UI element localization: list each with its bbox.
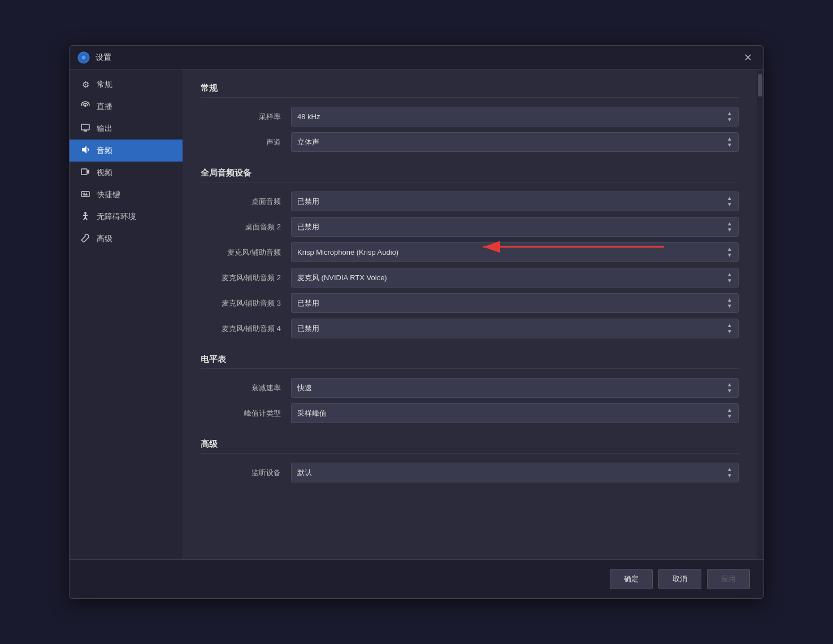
general-section-title: 常规	[201, 83, 739, 98]
peak-type-row: 峰值计类型 采样峰值 ▲▼	[201, 403, 739, 423]
mic-aux3-value: 已禁用	[297, 298, 319, 308]
decay-rate-select[interactable]: 快速 ▲▼	[291, 378, 739, 398]
svg-point-1	[81, 55, 85, 59]
general-section: 常规 采样率 48 kHz ▲▼ 声道 立体声 ▲▼	[201, 83, 739, 152]
svg-rect-7	[81, 169, 87, 175]
wrench-icon	[80, 233, 91, 244]
mic-aux3-row: 麦克风/辅助音频 3 已禁用 ▲▼	[201, 293, 739, 313]
footer: 确定 取消 应用	[70, 559, 763, 598]
settings-window: 设置 ✕ ⚙ 常规 直播	[69, 45, 764, 599]
desktop-audio-select[interactable]: 已禁用 ▲▼	[291, 192, 739, 211]
mic-aux4-value: 已禁用	[297, 324, 319, 334]
peak-type-select[interactable]: 采样峰值 ▲▼	[291, 403, 739, 423]
desktop-audio2-select[interactable]: 已禁用 ▲▼	[291, 217, 739, 237]
mic-aux-row: 麦克风/辅助音频 Krisp Microphone (Krisp Audio) …	[201, 242, 739, 262]
sidebar-label-audio: 音频	[97, 146, 112, 156]
video-icon	[80, 167, 91, 178]
monitor-device-value: 默认	[297, 468, 312, 478]
window-title: 设置	[96, 53, 740, 63]
audio-icon	[80, 145, 91, 156]
desktop-audio2-row: 桌面音频 2 已禁用 ▲▼	[201, 217, 739, 237]
sidebar-label-accessibility: 无障碍环境	[97, 212, 136, 222]
gear-icon: ⚙	[80, 80, 91, 90]
decay-rate-label: 衰减速率	[201, 383, 291, 393]
channels-select[interactable]: 立体声 ▲▼	[291, 132, 739, 152]
sidebar-item-audio[interactable]: 音频	[70, 140, 183, 162]
channels-row: 声道 立体声 ▲▼	[201, 132, 739, 152]
channels-value: 立体声	[297, 137, 319, 147]
global-audio-title: 全局音频设备	[201, 168, 739, 182]
chevron-icon: ▲▼	[727, 467, 732, 478]
chevron-icon: ▲▼	[727, 246, 732, 258]
chevron-icon: ▲▼	[727, 221, 732, 233]
close-button[interactable]: ✕	[740, 50, 756, 65]
decay-rate-value: 快速	[297, 383, 312, 393]
stream-icon	[80, 101, 91, 112]
sample-rate-label: 采样率	[201, 112, 291, 122]
chevron-icon: ▲▼	[727, 111, 732, 123]
svg-rect-3	[81, 124, 89, 130]
mic-aux2-row: 麦克风/辅助音频 2 麦克风 (NVIDIA RTX Voice) ▲▼	[201, 268, 739, 288]
mic-aux4-row: 麦克风/辅助音频 4 已禁用 ▲▼	[201, 319, 739, 338]
decay-rate-row: 衰减速率 快速 ▲▼	[201, 378, 739, 398]
apply-button[interactable]: 应用	[707, 569, 750, 589]
mic-aux2-value: 麦克风 (NVIDIA RTX Voice)	[297, 273, 387, 283]
keyboard-icon	[80, 189, 91, 200]
svg-point-14	[84, 212, 86, 214]
monitor-device-row: 监听设备 默认 ▲▼	[201, 463, 739, 482]
sample-rate-row: 采样率 48 kHz ▲▼	[201, 107, 739, 127]
svg-marker-6	[82, 146, 86, 154]
peak-type-label: 峰值计类型	[201, 408, 291, 419]
sidebar: ⚙ 常规 直播	[70, 69, 183, 559]
advanced-section-title: 高级	[201, 439, 739, 454]
scrollbar[interactable]	[757, 69, 763, 559]
sidebar-label-general: 常规	[97, 80, 112, 90]
channels-label: 声道	[201, 137, 291, 147]
sidebar-item-advanced[interactable]: 高级	[70, 228, 183, 250]
sample-rate-value: 48 kHz	[297, 112, 320, 121]
app-logo	[77, 51, 90, 64]
mic-aux-label: 麦克风/辅助音频	[201, 247, 291, 258]
advanced-section: 高级 监听设备 默认 ▲▼	[201, 439, 739, 482]
svg-line-18	[85, 217, 87, 220]
cancel-button[interactable]: 取消	[658, 569, 701, 589]
titlebar: 设置 ✕	[70, 46, 763, 69]
desktop-audio-row: 桌面音频 已禁用 ▲▼	[201, 192, 739, 211]
mic-aux-value: Krisp Microphone (Krisp Audio)	[297, 248, 398, 256]
content-area: ⚙ 常规 直播	[70, 69, 763, 559]
mic-aux2-label: 麦克风/辅助音频 2	[201, 273, 291, 283]
desktop-audio2-label: 桌面音频 2	[201, 222, 291, 232]
mic-aux-select[interactable]: Krisp Microphone (Krisp Audio) ▲▼	[291, 242, 739, 262]
sidebar-label-output: 输出	[97, 124, 112, 134]
chevron-icon: ▲▼	[727, 195, 732, 207]
sidebar-label-hotkeys: 快捷键	[97, 190, 120, 200]
mic-aux3-label: 麦克风/辅助音频 3	[201, 298, 291, 308]
monitor-device-select[interactable]: 默认 ▲▼	[291, 463, 739, 482]
mic-aux4-select[interactable]: 已禁用 ▲▼	[291, 319, 739, 338]
svg-point-2	[84, 105, 86, 107]
sample-rate-select[interactable]: 48 kHz ▲▼	[291, 107, 739, 127]
scrollbar-thumb[interactable]	[758, 74, 762, 97]
sidebar-item-output[interactable]: 输出	[70, 118, 183, 140]
monitor-device-label: 监听设备	[201, 468, 291, 478]
desktop-audio-label: 桌面音频	[201, 197, 291, 207]
sidebar-label-advanced: 高级	[97, 234, 112, 244]
sidebar-item-general[interactable]: ⚙ 常规	[70, 74, 183, 95]
chevron-icon: ▲▼	[727, 382, 732, 394]
sidebar-label-video: 视频	[97, 168, 112, 178]
confirm-button[interactable]: 确定	[610, 569, 653, 589]
meter-section-title: 电平表	[201, 354, 739, 369]
mic-aux4-label: 麦克风/辅助音频 4	[201, 324, 291, 334]
sidebar-item-video[interactable]: 视频	[70, 162, 183, 184]
desktop-audio-value: 已禁用	[297, 197, 319, 207]
mic-aux3-select[interactable]: 已禁用 ▲▼	[291, 293, 739, 313]
sidebar-label-stream: 直播	[97, 102, 112, 112]
sidebar-item-accessibility[interactable]: 无障碍环境	[70, 206, 183, 228]
chevron-icon: ▲▼	[727, 297, 732, 309]
global-audio-section: 全局音频设备 桌面音频 已禁用 ▲▼ 桌面音频 2 已禁用 ▲▼	[201, 168, 739, 338]
chevron-icon: ▲▼	[727, 407, 732, 419]
sidebar-item-hotkeys[interactable]: 快捷键	[70, 184, 183, 206]
chevron-icon: ▲▼	[727, 136, 732, 148]
sidebar-item-stream[interactable]: 直播	[70, 95, 183, 118]
mic-aux2-select[interactable]: 麦克风 (NVIDIA RTX Voice) ▲▼	[291, 268, 739, 288]
